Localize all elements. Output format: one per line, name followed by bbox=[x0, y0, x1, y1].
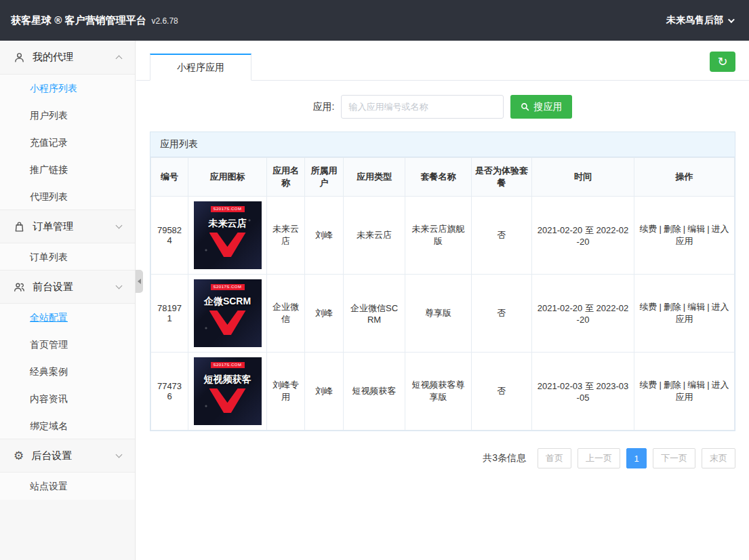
search-button-label: 搜应用 bbox=[533, 101, 562, 113]
separator: | bbox=[659, 224, 661, 234]
action-renew[interactable]: 续费 bbox=[639, 302, 657, 312]
action-delete[interactable]: 删除 bbox=[664, 302, 681, 312]
user-menu[interactable]: 未来鸟售后部 bbox=[666, 14, 733, 26]
sidebar-group-my-agency: 我的代理 小程序列表 用户列表 充值记录 推广链接 代理列表 bbox=[0, 41, 135, 210]
sidebar-item-miniprogram-list[interactable]: 小程序列表 bbox=[0, 75, 135, 102]
separator: | bbox=[707, 380, 709, 390]
chevron-down-icon bbox=[116, 222, 123, 228]
app-icon-image: S2017S.COM 企微SCRM bbox=[194, 279, 262, 347]
gear-icon: ⚙ bbox=[14, 450, 24, 462]
cell-type: 短视频获客 bbox=[344, 353, 405, 431]
col-header-id: 编号 bbox=[151, 158, 188, 197]
sidebar-item-user-list[interactable]: 用户列表 bbox=[0, 102, 135, 129]
sidebar-item-bind-domain[interactable]: 绑定域名 bbox=[0, 412, 135, 439]
action-edit[interactable]: 编辑 bbox=[687, 302, 705, 312]
table-row: 774736 S2017S.COM 短视频获客 刘峰专用 刘峰 短视频获客 短视… bbox=[151, 353, 735, 431]
sidebar-item-homepage-mgmt[interactable]: 首页管理 bbox=[0, 331, 135, 358]
cell-icon: S2017S.COM 企微SCRM bbox=[188, 275, 267, 353]
cell-icon: S2017S.COM 短视频获客 bbox=[188, 353, 267, 431]
cell-type: 企业微信SCRM bbox=[344, 275, 405, 353]
separator: | bbox=[707, 224, 709, 234]
sidebar-item-classic-cases[interactable]: 经典案例 bbox=[0, 358, 135, 385]
col-header-owner: 所属用户 bbox=[305, 158, 344, 197]
sidebar-item-promo-links[interactable]: 推广链接 bbox=[0, 156, 135, 183]
cell-actions: 续费|删除|编辑|进入应用 bbox=[634, 275, 735, 353]
sidebar-group-header-my-agency[interactable]: 我的代理 bbox=[0, 41, 135, 75]
user-menu-label: 未来鸟售后部 bbox=[666, 14, 723, 26]
action-renew[interactable]: 续费 bbox=[639, 380, 657, 390]
user-icon bbox=[14, 52, 25, 63]
col-header-name: 应用名称 bbox=[267, 158, 305, 197]
separator: | bbox=[659, 380, 661, 390]
app-search-input[interactable] bbox=[341, 95, 504, 119]
sidebar-group-header-backend[interactable]: ⚙ 后台设置 bbox=[0, 439, 135, 473]
pagination-first-button[interactable]: 首页 bbox=[538, 448, 571, 468]
pagination-page-1-button[interactable]: 1 bbox=[626, 448, 647, 468]
sidebar-item-site-config[interactable]: 全站配置 bbox=[0, 304, 135, 331]
table-row: 795824 S2017S.COM 未来云店 未来云店 刘峰 未来云店 未来云店… bbox=[151, 197, 735, 275]
cell-trial: 否 bbox=[472, 353, 532, 431]
pagination-prev-button[interactable]: 上一页 bbox=[578, 448, 620, 468]
red-v-icon bbox=[209, 233, 246, 257]
chevron-down-icon bbox=[728, 16, 735, 23]
cell-name: 未来云店 bbox=[267, 197, 305, 275]
sidebar-item-agent-list[interactable]: 代理列表 bbox=[0, 183, 135, 210]
cell-owner: 刘峰 bbox=[305, 197, 344, 275]
cell-package: 尊享版 bbox=[405, 275, 472, 353]
pagination-next-button[interactable]: 下一页 bbox=[653, 448, 695, 468]
cell-time: 2021-02-03 至 2023-03-05 bbox=[532, 353, 634, 431]
cell-name: 刘峰专用 bbox=[267, 353, 305, 431]
table-row: 781971 S2017S.COM 企微SCRM 企业微信 刘峰 企业微信SCR… bbox=[151, 275, 735, 353]
cell-trial: 否 bbox=[472, 197, 532, 275]
app-list-panel: 应用列表 编号 应用图标 应用名称 所属用户 应用类型 套餐名称 是否为体验套餐… bbox=[150, 132, 735, 431]
sidebar-collapse-handle[interactable] bbox=[136, 270, 143, 293]
cell-actions: 续费|删除|编辑|进入应用 bbox=[634, 353, 735, 431]
app-icon-badge: S2017S.COM bbox=[210, 362, 244, 368]
app-icon-badge: S2017S.COM bbox=[210, 206, 244, 212]
order-icon bbox=[14, 221, 25, 233]
app-icon-label: 未来云店 bbox=[209, 218, 247, 230]
cell-name: 企业微信 bbox=[267, 275, 305, 353]
sidebar-group-label: 我的代理 bbox=[33, 51, 73, 64]
cell-time: 2021-02-20 至 2022-02-20 bbox=[532, 197, 634, 275]
col-header-icon: 应用图标 bbox=[188, 158, 267, 197]
table-header-row: 编号 应用图标 应用名称 所属用户 应用类型 套餐名称 是否为体验套餐 时间 操… bbox=[151, 158, 735, 197]
sidebar-group-orders: 订单管理 订单列表 bbox=[0, 209, 135, 271]
action-edit[interactable]: 编辑 bbox=[687, 380, 705, 390]
col-header-package: 套餐名称 bbox=[405, 158, 472, 197]
search-app-button[interactable]: 搜应用 bbox=[510, 95, 572, 119]
app-title: 获客星球 ® 客户营销管理平台 bbox=[11, 14, 146, 27]
sidebar-item-site-settings[interactable]: 站点设置 bbox=[0, 473, 135, 500]
brand: 获客星球 ® 客户营销管理平台 v2.6.78 bbox=[11, 14, 178, 27]
app-icon-label: 企微SCRM bbox=[204, 296, 251, 308]
cell-type: 未来云店 bbox=[344, 197, 405, 275]
pagination-last-button[interactable]: 末页 bbox=[702, 448, 735, 468]
sidebar-item-content-news[interactable]: 内容资讯 bbox=[0, 385, 135, 412]
cell-package: 短视频获客尊享版 bbox=[405, 353, 472, 431]
action-renew[interactable]: 续费 bbox=[639, 224, 657, 234]
sidebar: 我的代理 小程序列表 用户列表 充值记录 推广链接 代理列表 订单管理 订单列表 bbox=[0, 41, 136, 560]
sidebar-group-header-frontend[interactable]: 前台设置 bbox=[0, 270, 135, 304]
sidebar-group-label: 前台设置 bbox=[33, 281, 73, 294]
panel-title: 应用列表 bbox=[150, 132, 735, 157]
cell-id: 774736 bbox=[151, 353, 188, 431]
search-label: 应用: bbox=[313, 101, 335, 113]
separator: | bbox=[659, 302, 661, 312]
action-delete[interactable]: 删除 bbox=[664, 224, 681, 234]
refresh-button[interactable]: ↻ bbox=[710, 52, 735, 72]
sidebar-item-order-list[interactable]: 订单列表 bbox=[0, 243, 135, 271]
tab-miniprogram-apps[interactable]: 小程序应用 bbox=[150, 54, 251, 81]
cell-id: 795824 bbox=[151, 197, 188, 275]
sidebar-item-recharge-records[interactable]: 充值记录 bbox=[0, 129, 135, 156]
app-icon-image: S2017S.COM 未来云店 bbox=[194, 201, 262, 269]
sidebar-group-backend-settings: ⚙ 后台设置 站点设置 bbox=[0, 439, 135, 500]
action-delete[interactable]: 删除 bbox=[664, 380, 681, 390]
sidebar-group-label: 后台设置 bbox=[31, 449, 72, 462]
action-edit[interactable]: 编辑 bbox=[687, 224, 705, 234]
sidebar-group-frontend-settings: 前台设置 全站配置 首页管理 经典案例 内容资讯 绑定域名 bbox=[0, 270, 135, 439]
search-icon bbox=[521, 102, 529, 111]
col-header-actions: 操作 bbox=[634, 158, 735, 197]
app-version: v2.6.78 bbox=[151, 16, 178, 26]
sidebar-group-header-orders[interactable]: 订单管理 bbox=[0, 209, 135, 243]
chevron-down-icon bbox=[116, 282, 123, 289]
